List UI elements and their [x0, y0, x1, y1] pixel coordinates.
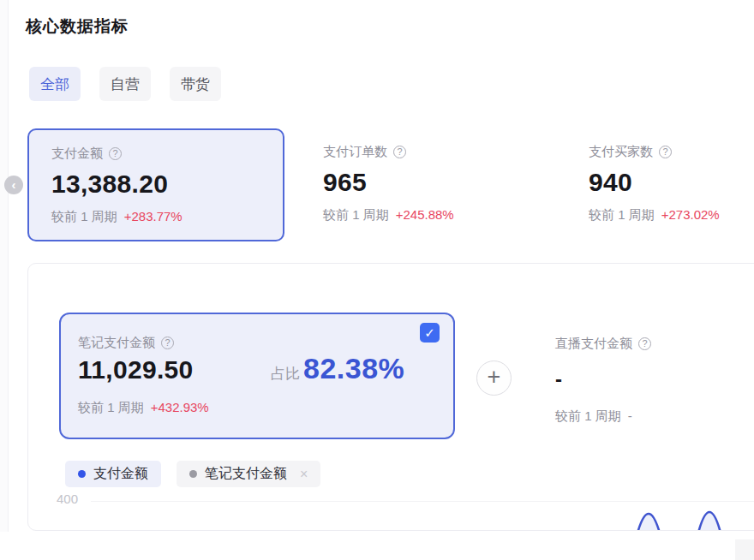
metric-label: 支付买家数	[589, 144, 653, 160]
close-icon[interactable]: ×	[300, 467, 308, 482]
chart-legend: 支付金额 笔记支付金额 ×	[65, 461, 320, 487]
legend-label: 笔记支付金额	[205, 465, 287, 483]
page-left-edge	[0, 0, 9, 533]
compare-prefix: 较前 1 周期	[323, 207, 389, 223]
legend-label: 支付金额	[93, 465, 148, 483]
delta-value: +283.77%	[124, 209, 183, 225]
legend-pill-note-payment[interactable]: 笔记支付金额 ×	[177, 461, 320, 487]
ratio-group: 占比 82.38%	[271, 352, 404, 385]
help-icon[interactable]: ?	[393, 146, 406, 158]
metric-label: 直播支付金额	[555, 336, 632, 352]
metric-label: 笔记支付金额	[78, 335, 155, 351]
tab-all[interactable]: 全部	[29, 67, 81, 101]
legend-dot-blue	[78, 470, 86, 478]
metric-value: -	[555, 367, 651, 391]
chevron-left-icon: ‹	[12, 178, 16, 191]
plus-icon: +	[488, 366, 501, 389]
metric-value: 13,388.20	[51, 170, 260, 199]
compare-prefix: 较前 1 周期	[51, 209, 117, 225]
legend-dot-gray	[189, 470, 197, 478]
scrollbar-corner[interactable]	[735, 539, 754, 560]
checkbox-checked-icon[interactable]: ✓	[420, 323, 440, 343]
ratio-label: 占比	[271, 364, 300, 384]
carousel-prev-button[interactable]: ‹	[4, 176, 23, 194]
page-title: 核心数据指标	[26, 15, 129, 38]
subcard-note-payment[interactable]: ✓ 笔记支付金额 ? 11,029.50 占比 82.38% 较前 1 周期 +…	[59, 313, 455, 439]
metric-value: 11,029.50	[78, 355, 194, 384]
help-icon[interactable]: ?	[659, 146, 672, 158]
metric-card-order-count[interactable]: 支付订单数 ? 965 较前 1 周期 +245.88%	[323, 144, 454, 223]
delta-value: +432.93%	[151, 400, 209, 416]
metric-card-buyer-count[interactable]: 支付买家数 ? 940 较前 1 周期 +273.02%	[589, 144, 720, 223]
tab-affiliate[interactable]: 带货	[170, 67, 221, 101]
y-axis-tick-400: 400	[57, 491, 78, 506]
delta-value: +273.02%	[661, 207, 720, 223]
breakdown-panel: ✓ 笔记支付金额 ? 11,029.50 占比 82.38% 较前 1 周期 +…	[27, 263, 754, 531]
compare-prefix: 较前 1 周期	[555, 408, 621, 425]
ratio-value: 82.38%	[303, 352, 404, 385]
check-icon: ✓	[424, 325, 435, 341]
legend-pill-payment-amount[interactable]: 支付金额	[65, 461, 161, 487]
help-icon[interactable]: ?	[109, 147, 122, 160]
metric-card-payment-amount[interactable]: 支付金额 ? 13,388.20 较前 1 周期 +283.77%	[27, 128, 284, 241]
help-icon[interactable]: ?	[638, 337, 651, 350]
delta-value: +245.88%	[396, 207, 454, 223]
scope-tabs: 全部 自营 带货	[29, 67, 221, 101]
metric-label: 支付金额	[51, 146, 103, 162]
tab-self-operated[interactable]: 自营	[99, 67, 151, 101]
bottom-strip	[0, 532, 754, 560]
help-icon[interactable]: ?	[161, 337, 174, 349]
add-metric-button[interactable]: +	[476, 360, 512, 396]
metric-card-live-payment[interactable]: 直播支付金额 ? - 较前 1 周期 -	[555, 336, 651, 425]
compare-prefix: 较前 1 周期	[589, 207, 655, 223]
metric-value: 940	[589, 168, 720, 197]
delta-value: -	[628, 408, 632, 425]
metric-label: 支付订单数	[323, 144, 387, 160]
metric-value: 965	[323, 168, 454, 197]
compare-prefix: 较前 1 周期	[78, 400, 144, 416]
gridline	[91, 501, 754, 502]
